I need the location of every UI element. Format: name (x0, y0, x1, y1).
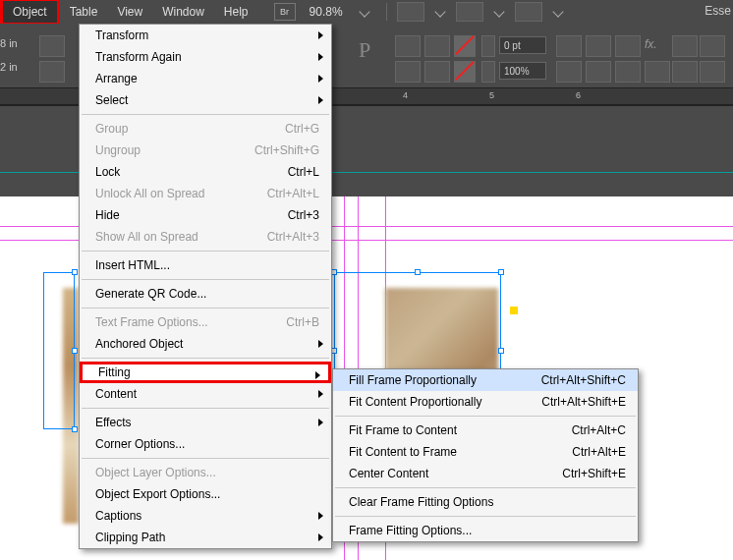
menu-item-shortcut: Ctrl+B (286, 315, 319, 329)
resize-handle-icon[interactable] (498, 348, 504, 354)
submenu-arrow-icon (318, 419, 323, 426)
ctrl-button-9[interactable] (556, 61, 582, 83)
menu-item-label: Anchored Object (95, 337, 319, 351)
menu-item-select[interactable]: Select (80, 89, 331, 111)
stroke-weight-stepper[interactable] (481, 35, 495, 57)
toolbar-screen-mode[interactable] (456, 2, 483, 22)
submenu-item-fit-content-proportionally[interactable]: Fit Content ProportionallyCtrl+Alt+Shift… (333, 391, 638, 413)
resize-handle-icon[interactable] (498, 269, 504, 275)
menu-item-fitting[interactable]: Fitting (80, 362, 331, 383)
submenu-arrow-icon (318, 340, 323, 348)
zoom-dropdown-icon[interactable] (359, 6, 369, 17)
align-button-1[interactable] (395, 35, 421, 57)
menu-item-insert-html[interactable]: Insert HTML... (80, 254, 331, 276)
fitting-submenu: Fill Frame ProportionallyCtrl+Alt+Shift+… (332, 368, 639, 542)
menu-item-group: GroupCtrl+G (80, 118, 331, 140)
resize-handle-icon[interactable] (415, 269, 421, 275)
ctrl-button-10[interactable] (586, 61, 611, 83)
menu-item-label: Group (95, 122, 285, 136)
menu-item-label: Unlock All on Spread (95, 187, 267, 200)
menu-item-lock[interactable]: LockCtrl+L (80, 161, 331, 183)
no-fill-icon[interactable] (454, 35, 476, 57)
menu-object[interactable]: Object (0, 0, 60, 26)
submenu-item-center-content[interactable]: Center ContentCtrl+Shift+E (333, 463, 638, 484)
ctrl-button-8[interactable] (672, 35, 698, 57)
menu-window[interactable]: Window (152, 1, 214, 23)
opacity-stepper[interactable] (481, 61, 495, 83)
ctrl-button-12[interactable] (645, 61, 670, 83)
menu-item-transform-again[interactable]: Transform Again (80, 46, 331, 68)
toolbar-view-options[interactable] (397, 2, 424, 22)
submenu-item-label: Clear Frame Fitting Options (349, 495, 626, 509)
menu-item-unlock-all-on-spread: Unlock All on SpreadCtrl+Alt+L (80, 183, 331, 204)
menu-item-anchored-object[interactable]: Anchored Object (80, 333, 331, 355)
opacity-field[interactable]: 100% (499, 62, 546, 80)
menu-item-hide[interactable]: HideCtrl+3 (80, 204, 331, 226)
menu-item-label: Hide (95, 208, 288, 222)
submenu-item-clear-frame-fitting-options[interactable]: Clear Frame Fitting Options (333, 491, 638, 513)
align-button-3[interactable] (424, 35, 450, 57)
align-button-4[interactable] (424, 61, 450, 83)
effects-fx-icon[interactable]: fx. (645, 37, 657, 51)
menu-item-label: Ungroup (95, 143, 254, 157)
menu-item-clipping-path[interactable]: Clipping Path (80, 527, 331, 548)
toolbar-arrange-dropdown-icon[interactable] (552, 6, 563, 17)
submenu-item-label: Center Content (349, 467, 562, 480)
menu-item-corner-options[interactable]: Corner Options... (80, 433, 331, 455)
submenu-item-fit-frame-to-content[interactable]: Fit Frame to ContentCtrl+Alt+C (333, 420, 638, 441)
menu-item-text-frame-options: Text Frame Options...Ctrl+B (80, 311, 331, 333)
menu-item-effects[interactable]: Effects (80, 412, 331, 433)
submenu-item-shortcut: Ctrl+Alt+Shift+E (541, 395, 626, 409)
menu-item-label: Lock (95, 165, 288, 179)
submenu-item-frame-fitting-options[interactable]: Frame Fitting Options... (333, 520, 638, 541)
menu-item-label: Insert HTML... (95, 258, 319, 272)
ctrl-button-2[interactable] (39, 61, 65, 83)
submenu-item-label: Fill Frame Proportionally (349, 373, 541, 387)
submenu-item-fit-content-to-frame[interactable]: Fit Content to FrameCtrl+Alt+E (333, 441, 638, 463)
menu-item-transform[interactable]: Transform (80, 25, 331, 46)
toolbar-arrange[interactable] (515, 2, 542, 22)
menu-table[interactable]: Table (60, 1, 108, 23)
left-selection-frame[interactable] (43, 272, 75, 429)
ctrl-button-5[interactable] (556, 35, 582, 57)
ctrl-button-14[interactable] (700, 35, 725, 57)
ctrl-button-15[interactable] (700, 61, 725, 83)
zoom-level[interactable]: 90.8% (302, 5, 351, 19)
submenu-item-label: Fit Content to Frame (349, 445, 572, 459)
toolbar-screen-dropdown-icon[interactable] (493, 6, 504, 17)
menu-item-content[interactable]: Content (80, 383, 331, 405)
align-button-2[interactable] (395, 61, 421, 83)
menu-item-generate-qr-code[interactable]: Generate QR Code... (80, 283, 331, 305)
no-stroke-icon[interactable] (454, 61, 476, 83)
menu-item-label: Fitting (98, 365, 316, 379)
bridge-button[interactable]: Br (274, 3, 296, 21)
menu-item-label: Text Frame Options... (95, 315, 286, 329)
ctrl-button-7[interactable] (615, 35, 641, 57)
workspace-label[interactable]: Esse (705, 4, 731, 18)
submenu-item-fill-frame-proportionally[interactable]: Fill Frame ProportionallyCtrl+Alt+Shift+… (333, 369, 638, 391)
ctrl-button-13[interactable] (672, 61, 698, 83)
menu-item-label: Corner Options... (95, 437, 319, 451)
ctrl-button-11[interactable] (615, 61, 641, 83)
menu-help[interactable]: Help (214, 1, 258, 23)
submenu-arrow-icon (318, 96, 323, 104)
menu-item-object-export-options[interactable]: Object Export Options... (80, 483, 331, 505)
menu-item-arrange[interactable]: Arrange (80, 68, 331, 89)
submenu-item-shortcut: Ctrl+Alt+E (572, 445, 626, 459)
paragraph-style-icon[interactable]: P (359, 37, 370, 63)
menu-item-label: Effects (95, 416, 319, 429)
submenu-arrow-icon (318, 533, 323, 541)
menu-item-captions[interactable]: Captions (80, 505, 331, 527)
stroke-weight-field[interactable]: 0 pt (499, 36, 546, 54)
ctrl-button-6[interactable] (586, 35, 611, 57)
submenu-item-label: Fit Content Proportionally (349, 395, 541, 409)
menu-item-label: Arrange (95, 72, 319, 85)
content-grabber-icon[interactable] (510, 307, 518, 314)
menu-item-label: Object Layer Options... (95, 466, 319, 479)
ctrl-button-1[interactable] (39, 35, 65, 57)
menu-item-label: Clipping Path (95, 531, 319, 544)
menu-view[interactable]: View (107, 1, 152, 23)
menu-item-label: Captions (95, 509, 319, 523)
main-menu-bar: Object Table View Window Help Br 90.8% (0, 0, 733, 24)
toolbar-view-dropdown-icon[interactable] (434, 6, 445, 17)
